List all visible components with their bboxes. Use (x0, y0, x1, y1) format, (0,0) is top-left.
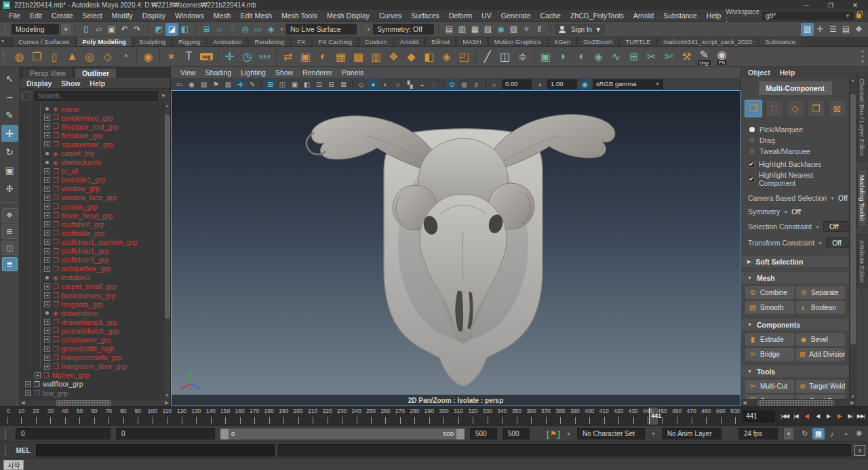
lock-camera-icon[interactable]: ◉ (186, 79, 197, 90)
outliner-item-stuffchair3-grp[interactable]: +❒stuffchair3_grp (20, 256, 163, 265)
playback-end-field[interactable]: 500 (470, 428, 497, 439)
multi-cut-button[interactable]: ✂Multi-Cut (745, 380, 794, 393)
viewport-menu-shading[interactable]: Shading (201, 68, 236, 77)
menu-surfaces[interactable]: Surfaces (406, 12, 443, 20)
outliner-item-stuffchair1-cushion-grp[interactable]: +❒stuffchair1_cushion_grp (20, 237, 163, 246)
add-divisions-button[interactable]: ⊞Add Divisions (796, 348, 845, 361)
screen-space-ao-icon[interactable]: ◒ (416, 79, 428, 90)
animation-preferences-icon[interactable]: ❋ (853, 428, 865, 439)
expand-icon[interactable]: + (44, 319, 50, 325)
grease-pencil-icon[interactable]: ✎ (247, 79, 258, 90)
field-chart-icon[interactable]: ⊡ (313, 79, 325, 90)
viewport-menu-panels[interactable]: Panels (338, 68, 368, 77)
poly-plane-icon[interactable]: ◇ (99, 48, 116, 65)
reduce-icon[interactable]: ▩ (350, 48, 367, 65)
fps-selector[interactable]: 24 fps (738, 428, 778, 439)
menu-modify[interactable]: Modify (107, 12, 138, 20)
shelf-tab-rendering[interactable]: Rendering (248, 37, 290, 46)
expand-icon[interactable]: + (25, 390, 31, 396)
range-slider[interactable]: 0 500 (220, 429, 465, 439)
menu-edit[interactable]: Edit (25, 12, 47, 20)
outliner-vertical-scrollbar[interactable]: ▲ ▼ (163, 103, 170, 399)
expand-icon[interactable]: + (44, 328, 50, 334)
poly-cylinder-icon[interactable]: ▯ (46, 48, 63, 65)
expand-icon[interactable]: + (44, 141, 50, 147)
combine-button[interactable]: ⊜Combine (745, 286, 794, 299)
playback-loop-icon[interactable]: ↻ (799, 428, 811, 439)
shelf-tab-sculpting[interactable]: Sculpting (133, 37, 172, 46)
multi-component-mode-icon[interactable]: ⊠ (829, 100, 846, 117)
save-scene-icon[interactable]: ▣ (105, 23, 118, 36)
outliner-item-carpet-small-grp[interactable]: +❒carpet_small_grp (20, 282, 163, 291)
cube-wrap-icon[interactable]: ◈ (590, 48, 607, 65)
expand-icon[interactable]: + (44, 364, 50, 370)
render-frame-icon[interactable]: ▥ (456, 23, 469, 36)
render-settings-icon[interactable]: ▧ (481, 23, 494, 36)
origin-icon[interactable]: 0,0,0 (256, 48, 273, 65)
expand-icon[interactable]: + (44, 283, 50, 290)
layout-outliner-persp[interactable]: ≣ (2, 257, 18, 271)
sweep-mesh-icon[interactable]: ❖ (385, 48, 402, 65)
snap-curve-icon[interactable]: ∩ (213, 23, 226, 36)
viewport-menu-lighting[interactable]: Lighting (237, 68, 270, 77)
close-button[interactable]: ✕ (850, 2, 860, 9)
expand-icon[interactable]: + (44, 203, 50, 210)
shelf-tab-custom[interactable]: Custom (359, 37, 393, 46)
snap-view-plane-icon[interactable]: ▭ (252, 23, 264, 36)
ungroup-script-icon[interactable]: ✎Ungr (696, 48, 713, 65)
character-set-selector[interactable]: No Character Set (577, 428, 645, 439)
go-to-start-button[interactable]: |◀◀ (780, 410, 790, 423)
edge-mode-icon[interactable]: ◇ (787, 100, 804, 117)
image-plane-icon[interactable]: ▧ (222, 79, 234, 90)
play-forwards-button[interactable]: ▶ (823, 410, 833, 423)
toolkit-horizontal-scrollbar[interactable]: ◀ ▶ (741, 399, 856, 406)
step-forward-frame-button[interactable]: ▶| (845, 410, 855, 423)
expand-icon[interactable]: + (44, 186, 50, 192)
menu-zhcg-polytools[interactable]: ZhCG_PolyTools (566, 12, 629, 20)
script-editor-icon[interactable]: ≡ (854, 445, 865, 456)
use-all-lights-icon[interactable]: ☼ (392, 79, 403, 90)
time-slider[interactable]: 0102030405060708090100110120130140150160… (0, 406, 868, 425)
freeze-normals-script-icon[interactable]: ◉FN (713, 48, 730, 65)
sign-in-button[interactable]: Sign In ▼ (555, 24, 605, 35)
outliner-item-kitchen-grp[interactable]: +❒kitchen_grp (20, 371, 163, 380)
expand-icon[interactable]: + (44, 336, 50, 342)
exposure-field[interactable]: 0.00 (502, 79, 532, 89)
command-language-toggle[interactable]: MEL (14, 447, 33, 454)
radio-tweak-marquee[interactable]: Tweak/Marquee (741, 146, 849, 157)
drag-handle[interactable] (3, 52, 7, 61)
menu-select[interactable]: Select (78, 12, 107, 20)
platonic-solid-icon[interactable]: ◉ (140, 48, 157, 65)
color-management-icon[interactable]: ◉ (579, 79, 591, 90)
shelf-tab-fx[interactable]: FX (291, 37, 311, 46)
layout-single-pane[interactable]: ❖ (2, 208, 18, 222)
outliner-item-low-grp[interactable]: +❒low_grp (20, 389, 163, 397)
section-header-tools[interactable]: ▼Tools (741, 366, 849, 377)
select-tool[interactable]: ↖ (1, 70, 18, 87)
select-selection-constraint[interactable]: Selection Constraint▼Off0 (741, 218, 849, 235)
extrude-shelf-icon[interactable]: ▥ (368, 48, 384, 65)
expand-icon[interactable]: + (44, 355, 50, 361)
humanik-toggle-icon[interactable]: ✛ (814, 23, 827, 36)
viewport-menu-show[interactable]: Show (271, 68, 297, 77)
render-view-icon[interactable]: ▤ (443, 23, 456, 36)
expand-icon[interactable]: + (44, 230, 50, 236)
outliner-menu-display[interactable]: Display (26, 79, 52, 87)
shelf-tab-arnold[interactable]: Arnold (394, 37, 425, 46)
layout-four-pane[interactable]: ⊞ (2, 224, 18, 239)
shelf-scrollbar[interactable]: ▲●▼ (859, 49, 867, 64)
radio-pick-marquee[interactable]: Pick/Marquee (741, 124, 849, 135)
outliner-item-stufftable-grp[interactable]: +❒stufftable_grp (20, 229, 163, 237)
channel-box-toggle-icon[interactable]: ☰ (827, 23, 840, 36)
face-mode-icon[interactable]: ❐ (808, 100, 825, 117)
lasso-select-tool[interactable]: ∽ (1, 88, 18, 105)
shelf-tab-xgen[interactable]: XGen (548, 37, 576, 46)
search-options-arrow[interactable]: ▼ (161, 93, 167, 99)
menu-windows[interactable]: Windows (170, 12, 209, 20)
outliner-item-tv-all[interactable]: +❒tv_all (20, 167, 163, 176)
panel-icon[interactable]: ◧ (420, 48, 437, 65)
menu-cache[interactable]: Cache (536, 12, 566, 20)
panel-tab-persp-view[interactable]: Persp View (22, 68, 73, 78)
smooth-button[interactable]: ▤Smooth (745, 301, 794, 314)
wire-sphere-icon[interactable]: ◈ (438, 48, 455, 65)
